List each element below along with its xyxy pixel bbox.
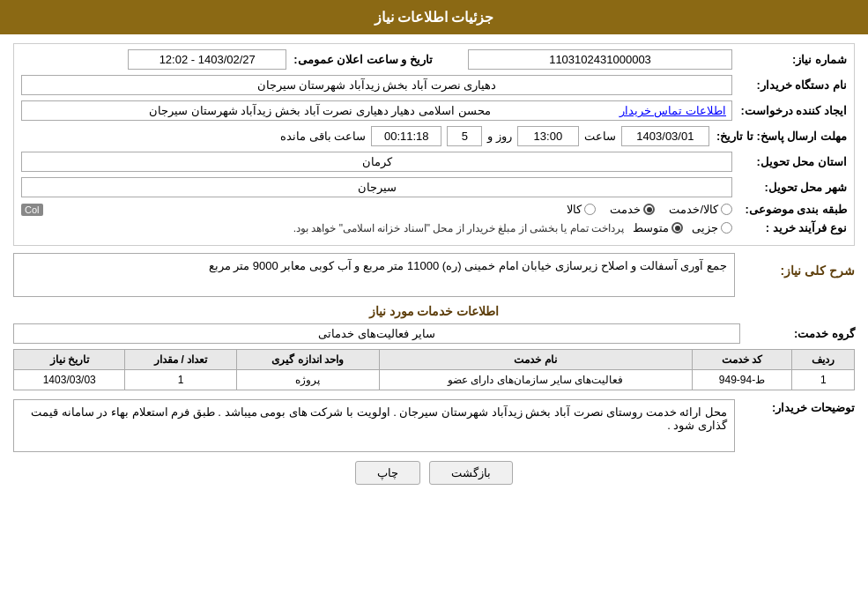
radio-goods-service-label: کالا/خدمت bbox=[669, 203, 718, 216]
back-button[interactable]: بازگشت bbox=[429, 461, 513, 485]
main-content: شماره نیاز: 1103102431000003 تاریخ و ساع… bbox=[0, 34, 868, 502]
need-number-label: شماره نیاز: bbox=[732, 53, 847, 66]
radio-medium: متوسط bbox=[633, 221, 683, 234]
province-value: کرمان bbox=[21, 152, 732, 172]
deadline-time: 13:00 bbox=[517, 126, 579, 146]
deadline-time-label: ساعت bbox=[584, 130, 616, 143]
header-title: جزئیات اطلاعات نیاز bbox=[375, 10, 494, 25]
radio-partial-circle bbox=[721, 222, 732, 234]
cell-quantity: 1 bbox=[125, 370, 236, 390]
col-badge: Col bbox=[21, 204, 43, 216]
row-purchase-type: نوع فرآیند خرید : جزیی متوسط پرداخت تمام… bbox=[21, 221, 847, 234]
deadline-date: 1403/03/01 bbox=[621, 126, 709, 146]
radio-goods-service-circle bbox=[721, 204, 732, 215]
service-group-label: گروه خدمت: bbox=[740, 327, 855, 340]
col-header-date: تاریخ نیاز bbox=[14, 350, 125, 370]
radio-medium-circle bbox=[671, 222, 683, 234]
radio-partial: جزیی bbox=[692, 221, 732, 234]
service-group-row: گروه خدمت: سایر فعالیت‌های خدماتی bbox=[13, 323, 855, 344]
radio-medium-label: متوسط bbox=[633, 221, 669, 234]
radio-goods-circle bbox=[584, 204, 596, 215]
creator-label: ایجاد کننده درخواست: bbox=[732, 104, 847, 117]
buyer-notes-label: توضیحات خریدار: bbox=[740, 397, 855, 414]
buyer-notes-text: محل ارائه خدمت روستای نصرت آباد بخش زیدآ… bbox=[13, 399, 735, 452]
need-description-text: جمع آوری آسفالت و اصلاح زیرسازی خیابان ا… bbox=[13, 253, 735, 297]
row-deadline: مهلت ارسال پاسخ: تا تاریخ: 1403/03/01 سا… bbox=[21, 126, 847, 146]
deadline-label: مهلت ارسال پاسخ: تا تاریخ: bbox=[709, 130, 847, 143]
buyer-notes-section: توضیحات خریدار: محل ارائه خدمت روستای نص… bbox=[13, 397, 855, 452]
row-need-number: شماره نیاز: 1103102431000003 تاریخ و ساع… bbox=[21, 49, 847, 70]
purchase-type-label: نوع فرآیند خرید : bbox=[732, 221, 847, 234]
city-label: شهر محل تحویل: bbox=[732, 181, 847, 194]
radio-service-circle bbox=[643, 204, 655, 215]
radio-goods-label: کالا bbox=[567, 203, 582, 216]
row-category: طبقه بندی موضوعی: کالا/خدمت خدمت کالا bbox=[21, 203, 847, 216]
category-label: طبقه بندی موضوعی: bbox=[732, 203, 847, 216]
need-description-section: شرح کلی نیاز: جمع آوری آسفالت و اصلاح زی… bbox=[13, 253, 855, 297]
deadline-day-label: روز و bbox=[487, 130, 512, 143]
page-header: جزئیات اطلاعات نیاز bbox=[0, 0, 868, 34]
radio-goods: کالا bbox=[567, 203, 596, 216]
page-container: جزئیات اطلاعات نیاز شماره نیاز: 11031024… bbox=[0, 0, 868, 609]
col-header-service-code: کد خدمت bbox=[692, 350, 792, 370]
purchase-note: پرداخت تمام یا بخشی از مبلغ خریدار از مح… bbox=[293, 222, 624, 234]
deadline-remaining-label: ساعت باقی مانده bbox=[280, 130, 366, 143]
row-buyer-org: نام دستگاه خریدار: دهیاری نصرت آباد بخش … bbox=[21, 75, 847, 95]
contact-link[interactable]: اطلاعات تماس خریدار bbox=[619, 104, 726, 117]
creator-value: اطلاعات تماس خریدار محسن اسلامی دهیار ده… bbox=[21, 100, 732, 121]
buyer-org-label: نام دستگاه خریدار: bbox=[732, 78, 847, 92]
row-province: استان محل تحویل: کرمان bbox=[21, 152, 847, 172]
category-radio-group: کالا/خدمت خدمت کالا bbox=[50, 203, 732, 216]
deadline-days: 5 bbox=[447, 126, 482, 146]
table-row: 1 ط-94-949 فعالیت‌های سایر سازمان‌های دا… bbox=[14, 370, 855, 390]
radio-service-label: خدمت bbox=[610, 203, 641, 216]
need-number-value: 1103102431000003 bbox=[468, 49, 732, 70]
info-section: شماره نیاز: 1103102431000003 تاریخ و ساع… bbox=[13, 43, 855, 246]
creator-name: محسن اسلامی دهیار دهیاری نصرت آباد بخش ز… bbox=[27, 104, 612, 117]
cell-date: 1403/03/03 bbox=[14, 370, 125, 390]
cell-service-name: فعالیت‌های سایر سازمان‌های دارای عضو bbox=[379, 370, 692, 390]
radio-service: خدمت bbox=[610, 203, 655, 216]
city-value: سیرجان bbox=[21, 177, 732, 197]
need-description-title: شرح کلی نیاز: bbox=[740, 260, 855, 278]
service-group-value: سایر فعالیت‌های خدماتی bbox=[13, 323, 740, 344]
col-header-row-num: ردیف bbox=[792, 350, 855, 370]
deadline-remaining: 00:11:18 bbox=[371, 126, 441, 146]
col-header-unit: واحد اندازه گیری bbox=[236, 350, 379, 370]
announce-label: تاریخ و ساعت اعلان عمومی: bbox=[286, 53, 433, 66]
cell-row-num: 1 bbox=[792, 370, 855, 390]
cell-unit: پروژه bbox=[236, 370, 379, 390]
button-row: بازگشت چاپ bbox=[13, 461, 855, 485]
col-header-service-name: نام خدمت bbox=[379, 350, 692, 370]
row-creator: ایجاد کننده درخواست: اطلاعات تماس خریدار… bbox=[21, 100, 847, 121]
print-button[interactable]: چاپ bbox=[355, 461, 420, 485]
services-title: اطلاعات خدمات مورد نیاز bbox=[13, 304, 855, 318]
purchase-row: جزیی متوسط پرداخت تمام یا بخشی از مبلغ خ… bbox=[21, 221, 732, 234]
services-table: ردیف کد خدمت نام خدمت واحد اندازه گیری ت… bbox=[13, 349, 855, 390]
row-city: شهر محل تحویل: سیرجان bbox=[21, 177, 847, 197]
buyer-org-value: دهیاری نصرت آباد بخش زیدآباد شهرستان سیر… bbox=[21, 75, 732, 95]
deadline-details: 1403/03/01 ساعت 13:00 روز و 5 00:11:18 س… bbox=[21, 126, 709, 146]
services-section: اطلاعات خدمات مورد نیاز گروه خدمت: سایر … bbox=[13, 304, 855, 390]
cell-service-code: ط-94-949 bbox=[692, 370, 792, 390]
radio-partial-label: جزیی bbox=[692, 221, 718, 234]
announce-value: 1403/02/27 - 12:02 bbox=[128, 49, 286, 70]
col-header-quantity: تعداد / مقدار bbox=[125, 350, 236, 370]
province-label: استان محل تحویل: bbox=[732, 155, 847, 168]
radio-goods-service: کالا/خدمت bbox=[669, 203, 732, 216]
